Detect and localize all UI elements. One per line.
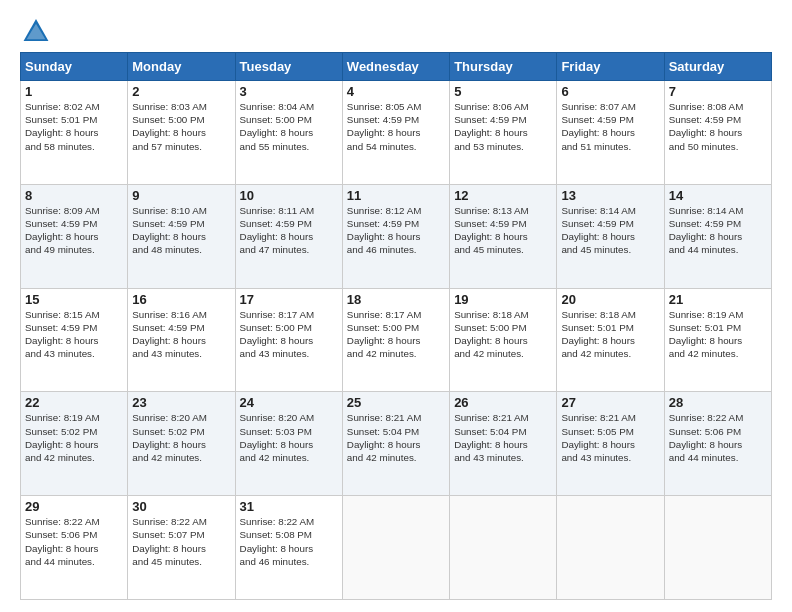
col-header-saturday: Saturday <box>664 53 771 81</box>
day-info: Sunrise: 8:14 AMSunset: 4:59 PMDaylight:… <box>669 204 767 257</box>
day-number: 19 <box>454 292 552 307</box>
day-info: Sunrise: 8:18 AMSunset: 5:01 PMDaylight:… <box>561 308 659 361</box>
day-info: Sunrise: 8:14 AMSunset: 4:59 PMDaylight:… <box>561 204 659 257</box>
day-number: 27 <box>561 395 659 410</box>
calendar-cell: 29Sunrise: 8:22 AMSunset: 5:06 PMDayligh… <box>21 496 128 600</box>
calendar-cell: 6Sunrise: 8:07 AMSunset: 4:59 PMDaylight… <box>557 81 664 185</box>
logo-icon <box>22 16 50 44</box>
calendar-cell: 17Sunrise: 8:17 AMSunset: 5:00 PMDayligh… <box>235 288 342 392</box>
day-number: 7 <box>669 84 767 99</box>
day-number: 18 <box>347 292 445 307</box>
week-row-4: 22Sunrise: 8:19 AMSunset: 5:02 PMDayligh… <box>21 392 772 496</box>
day-info: Sunrise: 8:06 AMSunset: 4:59 PMDaylight:… <box>454 100 552 153</box>
day-number: 23 <box>132 395 230 410</box>
day-number: 13 <box>561 188 659 203</box>
col-header-friday: Friday <box>557 53 664 81</box>
day-info: Sunrise: 8:09 AMSunset: 4:59 PMDaylight:… <box>25 204 123 257</box>
day-number: 28 <box>669 395 767 410</box>
calendar-cell: 7Sunrise: 8:08 AMSunset: 4:59 PMDaylight… <box>664 81 771 185</box>
col-header-thursday: Thursday <box>450 53 557 81</box>
day-info: Sunrise: 8:22 AMSunset: 5:08 PMDaylight:… <box>240 515 338 568</box>
day-number: 20 <box>561 292 659 307</box>
day-number: 15 <box>25 292 123 307</box>
day-number: 25 <box>347 395 445 410</box>
day-number: 1 <box>25 84 123 99</box>
day-info: Sunrise: 8:15 AMSunset: 4:59 PMDaylight:… <box>25 308 123 361</box>
calendar-cell: 12Sunrise: 8:13 AMSunset: 4:59 PMDayligh… <box>450 184 557 288</box>
calendar-cell: 16Sunrise: 8:16 AMSunset: 4:59 PMDayligh… <box>128 288 235 392</box>
day-info: Sunrise: 8:18 AMSunset: 5:00 PMDaylight:… <box>454 308 552 361</box>
day-number: 8 <box>25 188 123 203</box>
week-row-2: 8Sunrise: 8:09 AMSunset: 4:59 PMDaylight… <box>21 184 772 288</box>
calendar-cell: 28Sunrise: 8:22 AMSunset: 5:06 PMDayligh… <box>664 392 771 496</box>
calendar-cell: 10Sunrise: 8:11 AMSunset: 4:59 PMDayligh… <box>235 184 342 288</box>
calendar-cell: 1Sunrise: 8:02 AMSunset: 5:01 PMDaylight… <box>21 81 128 185</box>
day-info: Sunrise: 8:21 AMSunset: 5:05 PMDaylight:… <box>561 411 659 464</box>
day-number: 10 <box>240 188 338 203</box>
week-row-3: 15Sunrise: 8:15 AMSunset: 4:59 PMDayligh… <box>21 288 772 392</box>
day-number: 6 <box>561 84 659 99</box>
calendar-cell: 4Sunrise: 8:05 AMSunset: 4:59 PMDaylight… <box>342 81 449 185</box>
col-header-monday: Monday <box>128 53 235 81</box>
calendar-cell: 19Sunrise: 8:18 AMSunset: 5:00 PMDayligh… <box>450 288 557 392</box>
day-number: 26 <box>454 395 552 410</box>
day-number: 9 <box>132 188 230 203</box>
calendar-cell: 20Sunrise: 8:18 AMSunset: 5:01 PMDayligh… <box>557 288 664 392</box>
day-info: Sunrise: 8:19 AMSunset: 5:02 PMDaylight:… <box>25 411 123 464</box>
calendar-cell: 27Sunrise: 8:21 AMSunset: 5:05 PMDayligh… <box>557 392 664 496</box>
week-row-5: 29Sunrise: 8:22 AMSunset: 5:06 PMDayligh… <box>21 496 772 600</box>
day-info: Sunrise: 8:22 AMSunset: 5:06 PMDaylight:… <box>669 411 767 464</box>
day-info: Sunrise: 8:16 AMSunset: 4:59 PMDaylight:… <box>132 308 230 361</box>
day-info: Sunrise: 8:20 AMSunset: 5:02 PMDaylight:… <box>132 411 230 464</box>
calendar-cell: 9Sunrise: 8:10 AMSunset: 4:59 PMDaylight… <box>128 184 235 288</box>
calendar-cell: 15Sunrise: 8:15 AMSunset: 4:59 PMDayligh… <box>21 288 128 392</box>
calendar-cell: 25Sunrise: 8:21 AMSunset: 5:04 PMDayligh… <box>342 392 449 496</box>
day-number: 3 <box>240 84 338 99</box>
calendar-cell: 23Sunrise: 8:20 AMSunset: 5:02 PMDayligh… <box>128 392 235 496</box>
day-info: Sunrise: 8:22 AMSunset: 5:07 PMDaylight:… <box>132 515 230 568</box>
day-info: Sunrise: 8:19 AMSunset: 5:01 PMDaylight:… <box>669 308 767 361</box>
day-info: Sunrise: 8:11 AMSunset: 4:59 PMDaylight:… <box>240 204 338 257</box>
day-info: Sunrise: 8:21 AMSunset: 5:04 PMDaylight:… <box>347 411 445 464</box>
header-row: SundayMondayTuesdayWednesdayThursdayFrid… <box>21 53 772 81</box>
calendar-cell: 14Sunrise: 8:14 AMSunset: 4:59 PMDayligh… <box>664 184 771 288</box>
day-number: 2 <box>132 84 230 99</box>
day-info: Sunrise: 8:07 AMSunset: 4:59 PMDaylight:… <box>561 100 659 153</box>
calendar-cell <box>450 496 557 600</box>
day-info: Sunrise: 8:02 AMSunset: 5:01 PMDaylight:… <box>25 100 123 153</box>
day-number: 31 <box>240 499 338 514</box>
calendar-cell: 22Sunrise: 8:19 AMSunset: 5:02 PMDayligh… <box>21 392 128 496</box>
day-number: 21 <box>669 292 767 307</box>
day-number: 11 <box>347 188 445 203</box>
calendar-cell: 5Sunrise: 8:06 AMSunset: 4:59 PMDaylight… <box>450 81 557 185</box>
day-info: Sunrise: 8:17 AMSunset: 5:00 PMDaylight:… <box>240 308 338 361</box>
day-info: Sunrise: 8:05 AMSunset: 4:59 PMDaylight:… <box>347 100 445 153</box>
day-info: Sunrise: 8:17 AMSunset: 5:00 PMDaylight:… <box>347 308 445 361</box>
day-number: 24 <box>240 395 338 410</box>
day-number: 5 <box>454 84 552 99</box>
calendar-cell: 13Sunrise: 8:14 AMSunset: 4:59 PMDayligh… <box>557 184 664 288</box>
page: SundayMondayTuesdayWednesdayThursdayFrid… <box>0 0 792 612</box>
day-number: 4 <box>347 84 445 99</box>
calendar-cell: 18Sunrise: 8:17 AMSunset: 5:00 PMDayligh… <box>342 288 449 392</box>
calendar-header: SundayMondayTuesdayWednesdayThursdayFrid… <box>21 53 772 81</box>
day-number: 30 <box>132 499 230 514</box>
day-info: Sunrise: 8:10 AMSunset: 4:59 PMDaylight:… <box>132 204 230 257</box>
calendar-body: 1Sunrise: 8:02 AMSunset: 5:01 PMDaylight… <box>21 81 772 600</box>
calendar-table: SundayMondayTuesdayWednesdayThursdayFrid… <box>20 52 772 600</box>
calendar-cell: 3Sunrise: 8:04 AMSunset: 5:00 PMDaylight… <box>235 81 342 185</box>
col-header-wednesday: Wednesday <box>342 53 449 81</box>
calendar-cell: 26Sunrise: 8:21 AMSunset: 5:04 PMDayligh… <box>450 392 557 496</box>
calendar-cell: 21Sunrise: 8:19 AMSunset: 5:01 PMDayligh… <box>664 288 771 392</box>
header <box>20 16 772 44</box>
calendar-cell: 31Sunrise: 8:22 AMSunset: 5:08 PMDayligh… <box>235 496 342 600</box>
calendar-cell <box>557 496 664 600</box>
day-info: Sunrise: 8:12 AMSunset: 4:59 PMDaylight:… <box>347 204 445 257</box>
day-number: 17 <box>240 292 338 307</box>
day-info: Sunrise: 8:20 AMSunset: 5:03 PMDaylight:… <box>240 411 338 464</box>
day-number: 29 <box>25 499 123 514</box>
calendar-cell: 30Sunrise: 8:22 AMSunset: 5:07 PMDayligh… <box>128 496 235 600</box>
calendar-cell <box>664 496 771 600</box>
day-info: Sunrise: 8:13 AMSunset: 4:59 PMDaylight:… <box>454 204 552 257</box>
calendar-cell: 11Sunrise: 8:12 AMSunset: 4:59 PMDayligh… <box>342 184 449 288</box>
